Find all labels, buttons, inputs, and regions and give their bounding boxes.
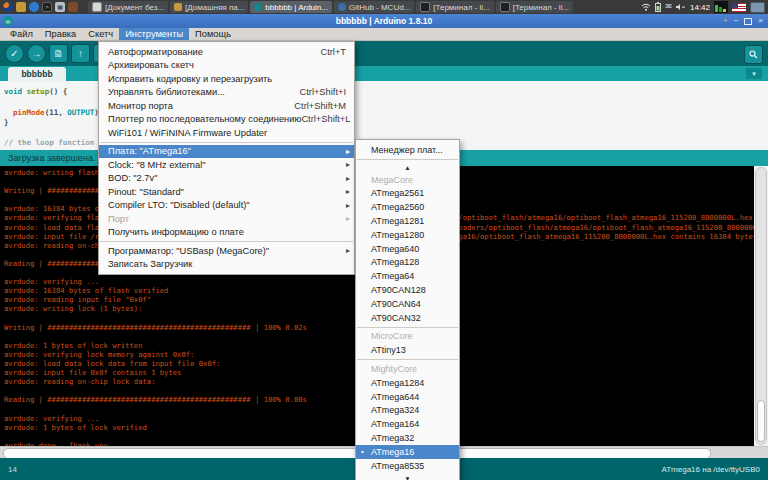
menu-item-label: Архивировать скетч xyxy=(108,60,194,70)
menu-item-label: WiFi101 / WiFiNINA Firmware Updater xyxy=(108,128,267,138)
board-item-label: ATmega2560 xyxy=(371,202,424,212)
tools-menu-item-9[interactable]: Clock: "8 MHz external"▸ xyxy=(99,158,354,172)
serial-monitor-button[interactable] xyxy=(744,45,763,64)
taskbar-window-label: [Домашняя па... xyxy=(185,3,244,12)
board-item-6[interactable]: ATmega1281 xyxy=(356,214,459,228)
tools-menu-item-11[interactable]: Pinout: "Standard"▸ xyxy=(99,185,354,199)
menu-item-shortcut: Ctrl+Shift+I xyxy=(299,87,346,97)
wifi-icon[interactable] xyxy=(641,3,651,11)
tools-menu-item-5[interactable]: Плоттер по последовательному соединениюC… xyxy=(99,113,354,127)
taskbar-window-2[interactable]: bbbbbb | Arduin... xyxy=(250,1,332,13)
menu-item-label: Порт xyxy=(108,214,129,224)
tools-menu-item-1[interactable]: Архивировать скетч xyxy=(99,59,354,73)
system-monitor-icon[interactable] xyxy=(714,1,728,13)
keyboard-layout-us-flag[interactable] xyxy=(732,3,746,12)
terminal-icon[interactable]: > xyxy=(42,2,52,12)
board-item-label: MightyCore xyxy=(371,364,417,374)
board-item-0[interactable]: Менеджер плат... xyxy=(356,143,459,157)
taskbar-window-label: [Документ без... xyxy=(105,3,164,12)
new-sketch-button[interactable]: 🗎 xyxy=(49,44,68,63)
menu-separator xyxy=(357,359,458,360)
tools-menu-item-3[interactable]: Управлять библиотеками...Ctrl+Shift+I xyxy=(99,86,354,100)
board-item-25[interactable]: ATmega8535 xyxy=(356,459,459,473)
board-item-11[interactable]: AT90CAN128 xyxy=(356,283,459,297)
media-icon[interactable] xyxy=(68,2,78,12)
board-item-16[interactable]: ATtiny13 xyxy=(356,343,459,357)
board-item-label: AT90CAN128 xyxy=(371,285,426,295)
tools-menu-item-17[interactable]: Записать Загрузчик xyxy=(99,258,354,272)
folder-window-icon xyxy=(174,3,182,11)
github-window-icon xyxy=(338,3,346,11)
board-item-21[interactable]: ATmega324 xyxy=(356,404,459,418)
vertical-scrollbar-thumb[interactable] xyxy=(757,400,765,442)
board-item-10[interactable]: ATmega64 xyxy=(356,269,459,283)
taskbar-window-3[interactable]: GitHub - MCUd... xyxy=(334,1,414,13)
minimize-icon[interactable]: − xyxy=(734,17,739,25)
tools-menu-item-12[interactable]: Compiler LTO: "Disabled (default)"▸ xyxy=(99,199,354,213)
clock[interactable]: 14:42 xyxy=(690,3,710,12)
board-item-label: ATmega2561 xyxy=(371,188,424,198)
open-sketch-button[interactable]: ↑ xyxy=(71,44,90,63)
board-item-7[interactable]: ATmega1280 xyxy=(356,228,459,242)
taskbar-window-0[interactable]: [Документ без... xyxy=(88,1,168,13)
menubar-item-1[interactable]: Правка xyxy=(39,28,82,40)
board-group-header-18: MightyCore xyxy=(356,362,459,376)
board-item-23[interactable]: ATmega32 xyxy=(356,431,459,445)
menubar-item-0[interactable]: Файл xyxy=(4,28,39,40)
tools-menu-item-14[interactable]: Получить информацию о плате xyxy=(99,226,354,240)
scroll-down-icon[interactable]: ▼ xyxy=(356,473,459,480)
menubar-item-4[interactable]: Помощь xyxy=(189,28,237,40)
taskbar-window-4[interactable]: [Терминал - li... xyxy=(416,1,493,13)
browser-icon[interactable] xyxy=(3,2,13,12)
window-controls: + − × xyxy=(723,17,768,25)
console-vertical-scrollbar[interactable] xyxy=(755,167,767,445)
tools-menu-item-4[interactable]: Монитор портаCtrl+Shift+M xyxy=(99,99,354,113)
web-browser-icon[interactable] xyxy=(29,2,39,12)
board-item-4[interactable]: ATmega2561 xyxy=(356,187,459,201)
board-item-12[interactable]: AT90CAN64 xyxy=(356,297,459,311)
status-message: Загрузка завершена. xyxy=(8,153,95,163)
battery-icon[interactable] xyxy=(655,2,661,12)
upload-button[interactable]: → xyxy=(27,44,46,63)
tools-menu-item-8[interactable]: Плата: "ATmega16"▸ xyxy=(99,145,354,159)
menubar-item-3[interactable]: Инструменты xyxy=(119,28,189,40)
tab-menu-button[interactable]: ▼ xyxy=(746,68,762,79)
menu-item-label: Плоттер по последовательному соединению xyxy=(108,114,301,124)
board-item-24[interactable]: •ATmega16 xyxy=(356,445,459,459)
menu-separator xyxy=(100,241,353,242)
board-item-20[interactable]: ATmega644 xyxy=(356,390,459,404)
magnifier-icon xyxy=(749,50,758,59)
verify-button[interactable]: ✓ xyxy=(5,44,24,63)
stick-window-icon[interactable]: + xyxy=(723,17,728,25)
calculator-icon[interactable]: ▦ xyxy=(55,2,65,12)
board-item-8[interactable]: ATmega640 xyxy=(356,242,459,256)
tools-menu-item-2[interactable]: Исправить кодировку и перезагрузить xyxy=(99,72,354,86)
board-item-label: ATmega64 xyxy=(371,271,414,281)
board-item-5[interactable]: ATmega2560 xyxy=(356,200,459,214)
tools-menu-item-10[interactable]: BOD: "2.7v"▸ xyxy=(99,172,354,186)
line-number: 14 xyxy=(8,465,17,474)
tools-menu-item-6[interactable]: WiFi101 / WiFiNINA Firmware Updater xyxy=(99,126,354,140)
maximize-icon[interactable] xyxy=(744,18,752,25)
selected-bullet-icon: • xyxy=(361,447,364,456)
board-item-9[interactable]: ATmega128 xyxy=(356,256,459,270)
menu-item-label: Управлять библиотеками... xyxy=(108,87,225,97)
board-item-22[interactable]: ATmega164 xyxy=(356,417,459,431)
menu-item-label: Программатор: "USBasp (MegaCore)" xyxy=(108,246,269,256)
board-item-label: ATmega1280 xyxy=(371,230,424,240)
close-icon[interactable]: × xyxy=(758,17,763,25)
scroll-up-icon[interactable]: ▲ xyxy=(356,162,459,173)
menubar-item-2[interactable]: Скетч xyxy=(82,28,119,40)
board-item-19[interactable]: ATmega1284 xyxy=(356,376,459,390)
file-manager-icon[interactable] xyxy=(16,2,26,12)
tools-menu-item-0[interactable]: АвтоформатированиеCtrl+T xyxy=(99,45,354,59)
board-item-13[interactable]: AT90CAN32 xyxy=(356,311,459,325)
submenu-arrow-icon: ▸ xyxy=(346,147,350,156)
sketch-tab[interactable]: bbbbbb xyxy=(8,67,66,81)
taskbar-window-1[interactable]: [Домашняя па... xyxy=(170,1,248,13)
workspace-pager-icon[interactable] xyxy=(750,2,765,13)
mail-icon[interactable]: ✉ xyxy=(665,3,672,11)
volume-icon[interactable] xyxy=(676,3,686,11)
taskbar-window-5[interactable]: [Терминал - li... xyxy=(496,1,573,13)
tools-menu-item-16[interactable]: Программатор: "USBasp (MegaCore)"▸ xyxy=(99,244,354,258)
